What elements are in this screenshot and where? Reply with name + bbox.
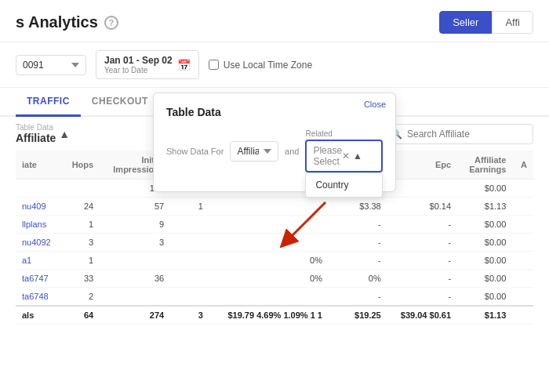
cell-epc: - xyxy=(387,216,457,234)
cell-aff-earn: $0.00 xyxy=(457,252,512,270)
table-data-sublabel: Table Data xyxy=(16,123,56,132)
related-label: Related xyxy=(305,129,383,138)
cell-total: - xyxy=(329,252,387,270)
cell-e xyxy=(209,234,329,252)
col-affiliate-earnings: AffiliateEarnings xyxy=(457,151,512,180)
cell-aff-earn: $0.00 xyxy=(457,180,512,198)
totals-a xyxy=(512,306,533,325)
cell-aff-earn: $0.00 xyxy=(457,288,512,307)
popup-show-data-select-wrap: Affiliate xyxy=(230,141,278,162)
cell-impressions xyxy=(100,252,170,270)
related-placeholder: Please Select xyxy=(313,145,342,167)
cell-e xyxy=(209,216,329,234)
cell-hops xyxy=(62,180,100,198)
cell-a xyxy=(512,270,533,288)
subtab-traffic[interactable]: TRAFFIC xyxy=(16,88,81,117)
col-epc: Epc xyxy=(387,151,457,180)
cell-e: 0% xyxy=(209,270,329,288)
cell-hops: 33 xyxy=(62,270,100,288)
cell-affiliate: nu4092 xyxy=(16,234,62,252)
cell-impressions: 36 xyxy=(100,270,170,288)
table-row: nu409 24 57 1 $3.38 $0.14 $1.13 xyxy=(16,198,533,216)
cell-a xyxy=(512,180,533,198)
cell-impressions: 57 xyxy=(100,198,170,216)
header: s Analytics ? Seller Affi xyxy=(0,0,549,42)
related-input[interactable]: Please Select ✕ ▲ xyxy=(305,140,383,172)
table-row: ta6748 2 - - $0.00 xyxy=(16,288,533,307)
date-picker[interactable]: Jan 01 - Sep 02 Year to Date 📅 xyxy=(96,50,199,79)
popup-close-button[interactable]: Close xyxy=(364,100,386,109)
page-title: s Analytics xyxy=(16,13,98,31)
cell-sales xyxy=(170,252,209,270)
col-hops: Hops xyxy=(62,151,100,180)
table-row: a1 1 0% - - $0.00 xyxy=(16,252,533,270)
chevron-up-icon: ▲ xyxy=(59,128,70,140)
cell-epc: - xyxy=(387,234,457,252)
cell-a xyxy=(512,234,533,252)
table-data-trigger[interactable]: Table Data Affiliate ▲ xyxy=(16,123,70,144)
cell-a xyxy=(512,252,533,270)
cell-epc: - xyxy=(387,252,457,270)
tab-seller[interactable]: Seller xyxy=(439,11,492,34)
cell-total: - xyxy=(329,288,387,307)
table-totals-row: als 64 274 3 $19.79 4.69% 1.09% 1 1 $19.… xyxy=(16,306,533,325)
cell-aff-earn: $1.13 xyxy=(457,198,512,216)
cell-epc: - xyxy=(387,288,457,307)
tab-affi[interactable]: Affi xyxy=(492,11,533,34)
clear-icon[interactable]: ✕ xyxy=(342,151,350,162)
period-select[interactable]: 0091 xyxy=(16,55,86,75)
page-title-area: s Analytics ? xyxy=(16,13,118,31)
table-data-popup: Table Data Close Show Data For Affiliate… xyxy=(153,93,396,192)
cell-hops: 2 xyxy=(62,288,100,307)
cell-a xyxy=(512,198,533,216)
help-icon[interactable]: ? xyxy=(104,16,118,30)
cell-impressions xyxy=(100,288,170,307)
totals-hops: 64 xyxy=(62,306,100,325)
col-a: A xyxy=(512,151,533,180)
popup-title: Table Data xyxy=(166,106,383,118)
cell-impressions: 9 xyxy=(100,216,170,234)
table-row: llplans 1 9 - - $0.00 xyxy=(16,216,533,234)
header-tabs: Seller Affi xyxy=(439,11,533,34)
cell-impressions: 3 xyxy=(100,234,170,252)
date-main: Jan 01 - Sep 02 xyxy=(104,55,173,66)
subtab-checkout[interactable]: CHECKOUT xyxy=(81,88,159,117)
calendar-icon: 📅 xyxy=(177,59,191,71)
cell-total: 0% xyxy=(329,270,387,288)
and-label: and xyxy=(285,147,299,156)
totals-epc: $39.04 $0.61 xyxy=(387,306,457,325)
chevron-up-icon[interactable]: ▲ xyxy=(353,151,362,162)
related-field-wrap: Related Please Select ✕ ▲ Country xyxy=(305,129,383,172)
dropdown-item-country[interactable]: Country xyxy=(306,173,382,197)
date-range: Jan 01 - Sep 02 Year to Date xyxy=(104,55,173,74)
table-row: nu4092 3 3 - - $0.00 xyxy=(16,234,533,252)
filters-row: 0091 Jan 01 - Sep 02 Year to Date 📅 Use … xyxy=(0,42,549,88)
search-affiliate-input[interactable] xyxy=(407,129,525,140)
cell-a xyxy=(512,216,533,234)
table-data-value: Affiliate xyxy=(16,132,56,144)
cell-total: $3.38 xyxy=(329,198,387,216)
totals-aff-earn: $1.13 xyxy=(457,306,512,325)
cell-total: - xyxy=(329,234,387,252)
cell-e xyxy=(209,198,329,216)
totals-label: als xyxy=(16,306,62,325)
cell-affiliate: a1 xyxy=(16,252,62,270)
cell-total: - xyxy=(329,216,387,234)
cell-sales: 1 xyxy=(170,198,209,216)
table-row: ta6747 33 36 0% 0% - $0.00 xyxy=(16,270,533,288)
related-dropdown-menu: Country xyxy=(305,172,383,198)
timezone-checkbox-label[interactable]: Use Local Time Zone xyxy=(209,60,312,71)
popup-show-data-label: Show Data For xyxy=(166,147,224,156)
cell-epc: $0.14 xyxy=(387,198,457,216)
cell-affiliate xyxy=(16,180,62,198)
cell-affiliate: nu409 xyxy=(16,198,62,216)
cell-hops: 1 xyxy=(62,252,100,270)
cell-epc xyxy=(387,180,457,198)
cell-sales xyxy=(170,216,209,234)
date-sub: Year to Date xyxy=(104,66,173,74)
cell-hops: 1 xyxy=(62,216,100,234)
timezone-label: Use Local Time Zone xyxy=(224,60,312,71)
popup-show-data-select[interactable]: Affiliate xyxy=(230,141,278,162)
cell-hops: 24 xyxy=(62,198,100,216)
timezone-checkbox[interactable] xyxy=(209,60,219,70)
